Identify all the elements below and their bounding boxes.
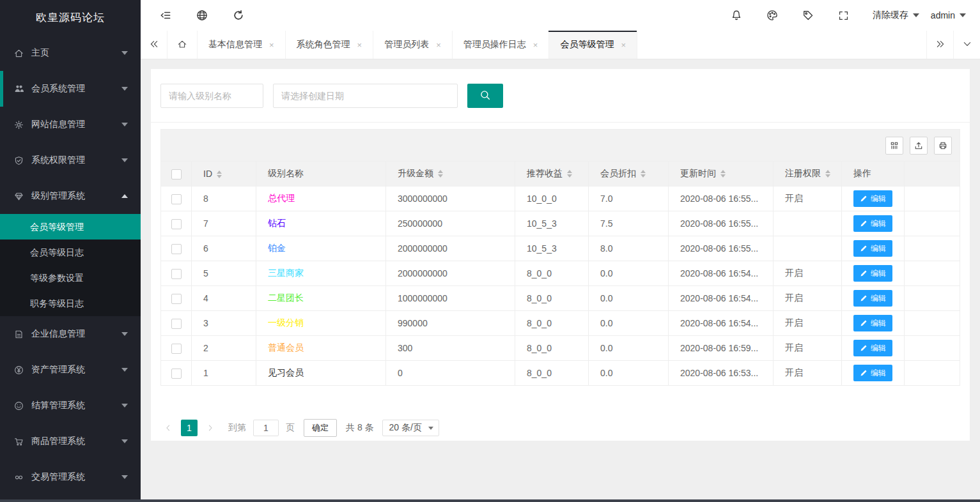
tabs-scroll-right-button[interactable] xyxy=(926,31,953,59)
cell-upgrade-amount: 2000000000 xyxy=(386,261,515,286)
sidebar-item-label: 交易管理系统 xyxy=(31,471,121,483)
tab-home[interactable] xyxy=(167,31,198,59)
cell-update-time: 2020-08-06 16:55... xyxy=(669,186,774,211)
tab[interactable]: 管理员操作日志× xyxy=(453,31,550,59)
sort-icon[interactable] xyxy=(567,170,572,178)
collapse-menu-icon[interactable] xyxy=(160,10,171,21)
tab[interactable]: 管理员列表× xyxy=(373,31,453,59)
prev-page-button[interactable] xyxy=(160,420,176,436)
sidebar-subitem[interactable]: 职务等级日志 xyxy=(0,291,141,316)
cell-update-time: 2020-08-06 16:59... xyxy=(669,336,774,361)
tab-close-icon[interactable]: × xyxy=(357,41,362,49)
row-checkbox[interactable] xyxy=(171,194,182,204)
cell-level-name: 总代理 xyxy=(256,186,386,211)
tabs-scroll-left-button[interactable] xyxy=(141,31,167,59)
tag-icon[interactable] xyxy=(790,10,826,21)
current-page-button[interactable]: 1 xyxy=(181,420,198,436)
goto-page-input[interactable] xyxy=(253,420,279,436)
caret-down-icon xyxy=(121,51,128,55)
cell-register-permission: 开启 xyxy=(774,336,842,361)
edit-button[interactable]: 编辑 xyxy=(853,215,892,232)
page-size-select[interactable]: 20 条/页 xyxy=(382,420,439,436)
row-checkbox[interactable] xyxy=(171,219,182,229)
tab[interactable]: 系统角色管理× xyxy=(286,31,374,59)
tab-close-icon[interactable]: × xyxy=(436,41,441,49)
edit-button[interactable]: 编辑 xyxy=(853,190,892,207)
sidebar-item[interactable]: 系统权限管理 xyxy=(0,142,141,178)
column-header-label: 注册权限 xyxy=(785,168,821,178)
edit-button[interactable]: 编辑 xyxy=(853,315,892,331)
goto-confirm-button[interactable]: 确定 xyxy=(304,419,337,437)
row-checkbox[interactable] xyxy=(171,319,182,329)
edit-button[interactable]: 编辑 xyxy=(853,290,892,307)
row-checkbox[interactable] xyxy=(171,294,182,304)
cell-upgrade-amount: 250000000 xyxy=(386,211,515,236)
sort-icon[interactable] xyxy=(720,170,726,178)
print-icon[interactable] xyxy=(934,137,952,155)
sidebar-subitem[interactable]: 会员等级日志 xyxy=(0,240,141,265)
globe-icon[interactable] xyxy=(196,10,208,21)
sidebar-item[interactable]: 结算管理系统 xyxy=(0,388,141,423)
tab[interactable]: 会员等级管理× xyxy=(549,31,637,59)
cell-register-permission: 开启 xyxy=(774,286,842,311)
edit-button[interactable]: 编辑 xyxy=(853,265,892,282)
edit-button[interactable]: 编辑 xyxy=(853,340,892,356)
sidebar-item[interactable]: 级别管理系统 xyxy=(0,178,141,214)
main-area: 清除缓存 admin 基本信息管理×系统角色管理×管理员列表×管理员操作日志×会… xyxy=(141,0,980,499)
sidebar-subitem[interactable]: 等级参数设置 xyxy=(0,265,141,291)
sort-icon[interactable] xyxy=(217,171,222,178)
table-row: 4二星团长10000000008_0_00.02020-08-06 16:54.… xyxy=(161,286,960,311)
sidebar-item[interactable]: 交易管理系统 xyxy=(0,459,141,495)
edit-button[interactable]: 编辑 xyxy=(853,365,892,381)
chevrons-right-icon xyxy=(935,39,945,51)
sidebar-item[interactable]: 主页 xyxy=(0,35,141,71)
refresh-icon[interactable] xyxy=(233,10,244,21)
sort-icon[interactable] xyxy=(438,170,443,178)
sidebar-subitem[interactable]: 会员等级管理 xyxy=(0,214,141,240)
clear-cache-button[interactable]: 清除缓存 xyxy=(873,10,919,21)
cell-upgrade-amount: 990000 xyxy=(386,311,515,336)
tab-close-icon[interactable]: × xyxy=(269,41,274,49)
topbar-right: 清除缓存 admin xyxy=(719,10,980,21)
row-checkbox[interactable] xyxy=(171,269,182,279)
cell-member-discount: 8.0 xyxy=(589,236,669,261)
table-toolbar xyxy=(160,129,960,161)
bell-icon[interactable] xyxy=(719,10,754,21)
sidebar-item[interactable]: 网站信息管理 xyxy=(0,107,141,142)
tab-close-icon[interactable]: × xyxy=(621,41,626,49)
sidebar-item[interactable]: 会员系统管理 xyxy=(0,71,141,107)
edit-button[interactable]: 编辑 xyxy=(853,240,892,257)
tabs-menu-button[interactable] xyxy=(953,31,980,59)
edit-button-label: 编辑 xyxy=(871,243,886,254)
sidebar-item[interactable]: 企业信息管理 xyxy=(0,316,141,352)
fullscreen-icon[interactable] xyxy=(826,10,861,21)
row-checkbox[interactable] xyxy=(171,344,182,354)
search-button[interactable] xyxy=(467,84,503,108)
tab[interactable]: 基本信息管理× xyxy=(198,31,286,59)
caret-down-icon xyxy=(428,427,433,430)
export-icon[interactable] xyxy=(910,137,928,155)
sidebar: 欧皇源码论坛 主页会员系统管理网站信息管理系统权限管理级别管理系统会员等级管理会… xyxy=(0,0,141,499)
tab-close-icon[interactable]: × xyxy=(533,41,538,49)
column-header-label: 升级金额 xyxy=(398,168,433,178)
next-page-button[interactable] xyxy=(203,420,218,436)
palette-icon[interactable] xyxy=(754,10,790,21)
row-checkbox[interactable] xyxy=(171,369,182,379)
user-menu[interactable]: admin xyxy=(931,10,966,20)
select-all-checkbox[interactable] xyxy=(171,169,182,179)
create-date-input[interactable] xyxy=(273,84,458,108)
topbar: 清除缓存 admin xyxy=(141,0,980,31)
sidebar-item-label: 会员系统管理 xyxy=(31,83,121,95)
sidebar-item[interactable]: 商品管理系统 xyxy=(0,423,141,459)
brand-logo: 欧皇源码论坛 xyxy=(0,0,141,35)
level-name-input[interactable] xyxy=(160,84,263,108)
search-row xyxy=(160,79,960,108)
sort-icon[interactable] xyxy=(825,170,830,178)
column-header-label: 推荐收益 xyxy=(527,168,563,178)
tab-label: 管理员列表 xyxy=(384,39,429,50)
sidebar-item[interactable]: 资产管理系统 xyxy=(0,352,141,388)
cell-id: 3 xyxy=(192,311,256,336)
columns-icon[interactable] xyxy=(885,137,903,155)
row-checkbox[interactable] xyxy=(171,244,182,254)
sort-icon[interactable] xyxy=(641,170,646,178)
